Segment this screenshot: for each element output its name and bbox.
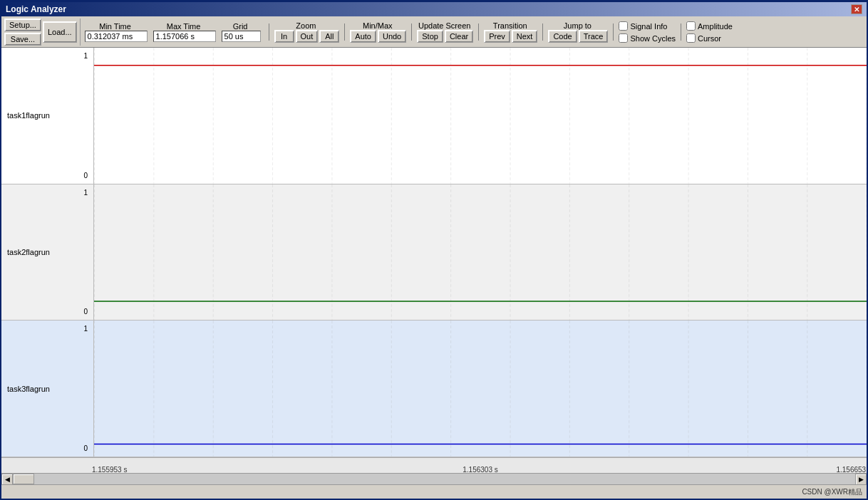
- signal-canvas-column: [94, 48, 867, 457]
- signal-label-task3: 1 task3flagrun 0: [1, 321, 93, 457]
- status-text: CSDN @XWR精品: [802, 487, 862, 497]
- setup-button[interactable]: Setup...: [4, 19, 41, 31]
- grid-input[interactable]: [222, 31, 261, 42]
- amplitude-checkbox-label[interactable]: Amplitude: [686, 21, 733, 31]
- minmax-label: Min/Max: [363, 21, 393, 30]
- update-screen-label: Update Screen: [418, 21, 470, 30]
- cursor-label: Cursor: [698, 34, 721, 43]
- signal3-name: task3flagrun: [7, 385, 50, 393]
- update-screen-group: Update Screen Stop Clear: [417, 21, 473, 43]
- jump-to-label: Jump to: [564, 21, 591, 30]
- separator-1: [269, 24, 269, 41]
- transition-group: Transition Prev Next: [484, 21, 537, 43]
- separator-5: [542, 24, 543, 41]
- clear-button[interactable]: Clear: [445, 30, 473, 43]
- zoom-all-button[interactable]: All: [319, 30, 339, 43]
- toolbar: Setup... Save... Load... Min Time Max Ti…: [1, 16, 867, 48]
- signal2-grid: [94, 184, 867, 321]
- show-cycles-checkbox[interactable]: [619, 33, 628, 43]
- main-window: Logic Analyzer ✕ Setup... Save... Load..…: [0, 0, 868, 500]
- horizontal-scrollbar: ◀ ▶: [1, 473, 867, 484]
- close-button[interactable]: ✕: [851, 4, 862, 14]
- signal-label-task1: 1 task1flagrun 0: [1, 48, 93, 184]
- amplitude-checkbox[interactable]: [686, 21, 696, 31]
- separator-7: [681, 24, 681, 41]
- separator-3: [411, 24, 412, 41]
- scroll-thumb[interactable]: [13, 474, 34, 484]
- signal1-value-high: 1: [83, 52, 88, 60]
- zoom-label: Zoom: [296, 21, 316, 30]
- minmax-group: Min/Max Auto Undo: [350, 21, 406, 43]
- signal-label-task2: 1 task2flagrun 0: [1, 184, 93, 321]
- signal-info-checkbox-label[interactable]: Signal Info: [619, 21, 676, 31]
- show-cycles-checkbox-label[interactable]: Show Cycles: [619, 33, 676, 43]
- zoom-out-button[interactable]: Out: [296, 30, 319, 43]
- min-time-input[interactable]: [85, 31, 148, 42]
- load-button[interactable]: Load...: [43, 21, 77, 43]
- signal1-grid: [94, 48, 867, 184]
- signal1-name: task1flagrun: [7, 111, 50, 120]
- max-time-group: Max Time: [153, 22, 216, 42]
- zoom-group: Zoom In Out All: [274, 21, 340, 43]
- signal-row-2: [94, 184, 867, 321]
- next-button[interactable]: Next: [512, 30, 538, 43]
- amplitude-cursor-group: Amplitude Cursor: [686, 21, 733, 43]
- signal2-svg: [94, 184, 867, 321]
- signal-view: 1 task1flagrun 0 1 task2flagrun 0 1 task…: [1, 48, 867, 484]
- min-time-group: Min Time: [85, 22, 148, 42]
- grid-label: Grid: [233, 22, 248, 31]
- signal-info-label: Signal Info: [630, 22, 667, 31]
- signal3-grid: [94, 321, 867, 457]
- jump-to-group: Jump to Code Trace: [548, 21, 608, 43]
- signal-info-checkbox[interactable]: [619, 21, 628, 31]
- signal1-svg: [94, 48, 867, 184]
- time-label-2: 1.156303 s: [463, 466, 498, 474]
- max-time-input[interactable]: [153, 31, 216, 42]
- signal-labels-column: 1 task1flagrun 0 1 task2flagrun 0 1 task…: [1, 48, 94, 457]
- file-group: Setup... Save... Load...: [4, 19, 81, 46]
- zoom-in-button[interactable]: In: [274, 30, 294, 43]
- transition-label: Transition: [493, 21, 527, 30]
- separator-2: [344, 24, 345, 41]
- cursor-checkbox-label[interactable]: Cursor: [686, 33, 733, 43]
- status-bar: CSDN @XWR精品: [1, 484, 867, 499]
- stop-button[interactable]: Stop: [417, 30, 443, 43]
- time-axis: 1.155953 s 1.156303 s 1.156653 s: [1, 457, 867, 473]
- signal-row-3: [94, 321, 867, 457]
- separator-4: [478, 24, 479, 41]
- signal1-value-low: 0: [83, 172, 88, 179]
- max-time-label: Max Time: [167, 22, 201, 31]
- signal2-value-high: 1: [83, 189, 88, 197]
- signal2-value-low: 0: [83, 308, 88, 316]
- options-group: Signal Info Show Cycles: [619, 21, 676, 43]
- code-button[interactable]: Code: [548, 30, 577, 43]
- signal2-name: task2flagrun: [7, 248, 50, 256]
- save-button[interactable]: Save...: [4, 33, 41, 46]
- undo-button[interactable]: Undo: [378, 30, 406, 43]
- amplitude-label: Amplitude: [698, 22, 733, 31]
- scroll-left-button[interactable]: ◀: [1, 474, 13, 485]
- title-bar: Logic Analyzer ✕: [1, 2, 867, 16]
- grid-group: Grid: [222, 22, 261, 42]
- trace-button[interactable]: Trace: [579, 30, 609, 43]
- prev-button[interactable]: Prev: [484, 30, 510, 43]
- cursor-checkbox[interactable]: [686, 33, 696, 43]
- signal3-svg: [94, 321, 867, 457]
- auto-button[interactable]: Auto: [350, 30, 376, 43]
- show-cycles-label: Show Cycles: [630, 34, 676, 43]
- min-time-label: Min Time: [99, 22, 131, 31]
- signal3-value-high: 1: [83, 325, 88, 333]
- window-title: Logic Analyzer: [6, 4, 66, 14]
- scroll-track[interactable]: [13, 474, 855, 484]
- signal-rows-container: 1 task1flagrun 0 1 task2flagrun 0 1 task…: [1, 48, 867, 457]
- separator-6: [613, 24, 614, 41]
- signal-row-1: [94, 48, 867, 184]
- time-label-1: 1.155953 s: [92, 466, 128, 474]
- signal3-value-low: 0: [83, 444, 88, 452]
